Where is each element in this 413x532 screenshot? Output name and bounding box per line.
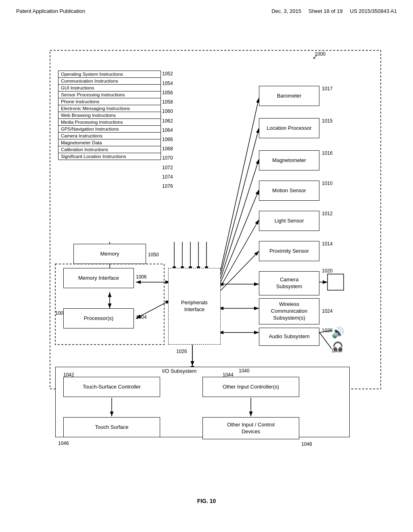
speaker-icon: 🔊 <box>332 326 344 339</box>
svg-line-14 <box>219 128 259 282</box>
ref-1004: 1004 <box>136 314 147 320</box>
peripherals-interface-label: PeripheralsInterface <box>181 299 208 313</box>
memory-list: Operating System Instructions Communicat… <box>58 71 161 160</box>
svg-line-13 <box>219 98 259 279</box>
proximity-sensor-box: Proximity Sensor <box>259 241 319 261</box>
ref-1017: 1017 <box>322 86 333 91</box>
ref-1048: 1048 <box>301 441 312 447</box>
ref-1010: 1010 <box>322 181 333 186</box>
memory-item-calibration: Calibration Instructions <box>58 146 161 153</box>
location-processor-box: Location Processor <box>259 118 319 138</box>
svg-line-17 <box>219 220 259 290</box>
processors-label: Processor(s) <box>84 315 114 322</box>
ref-1050: 1050 <box>148 252 159 258</box>
memory-interface-label: Memory Interface <box>78 275 119 282</box>
touch-surface-label: Touch Surface <box>95 424 128 431</box>
svg-line-18 <box>219 251 259 293</box>
figure-caption: FIG. 10 <box>16 498 397 504</box>
proximity-sensor-label: Proximity Sensor <box>269 248 309 255</box>
magnetometer-label: Magnetometer <box>272 157 306 164</box>
io-subsystem-label: I/O Subsystem <box>162 368 196 374</box>
header-patent: US 2015/350843 A1 <box>350 8 397 14</box>
audio-subsystem-box: Audio Subsystem <box>259 328 319 346</box>
memory-item-comm: Communication Instructions <box>58 78 161 85</box>
wireless-comm-box: WirelessCommunicationSubsystem(s) <box>259 298 319 324</box>
ref-1054: 1054 <box>162 81 173 86</box>
memory-item-os: Operating System Instructions <box>58 71 161 78</box>
ref-1052: 1052 <box>162 71 173 77</box>
memory-label: Memory <box>100 251 119 258</box>
other-input-devices-label: Other Input / ControlDevices <box>227 422 275 435</box>
other-input-controller-label: Other Input Controller(s) <box>223 384 279 391</box>
memory-item-camera: Camera Instructions <box>58 133 161 139</box>
ref-1026: 1026 <box>176 349 187 354</box>
svg-rect-30 <box>327 274 344 290</box>
memory-item-gui: GUI Instructions <box>58 85 161 91</box>
ref-1024: 1024 <box>322 308 333 314</box>
memory-item-sensor: Sensor Processing Instructions <box>58 91 161 98</box>
ref-1020: 1020 <box>322 268 333 274</box>
touch-surface-box: Touch Surface <box>63 417 160 437</box>
other-input-controller-box: Other Input Controller(s) <box>202 377 299 397</box>
header-date-sheet: Dec. 3, 2015 Sheet 18 of 19 US 2015/3508… <box>271 8 397 14</box>
audio-subsystem-label: Audio Subsystem <box>269 333 309 340</box>
page-header: Patent Application Publication Dec. 3, 2… <box>16 8 397 14</box>
ref-1058: 1058 <box>162 99 173 105</box>
ref-1074: 1074 <box>162 174 173 180</box>
motion-sensor-box: Motion Sensor <box>259 181 319 201</box>
memory-item-email: Electronic Messaging Instructions <box>58 105 161 112</box>
svg-line-16 <box>219 190 259 287</box>
ref-1012: 1012 <box>322 211 333 216</box>
ref-1070: 1070 <box>162 155 173 161</box>
ref-1028: 1028 <box>322 328 333 333</box>
touch-surface-controller-label: Touch-Surface Controller <box>83 384 141 391</box>
memory-item-media: Media Processing Instructions <box>58 119 161 126</box>
peripherals-interface-box: PeripheralsInterface <box>168 268 221 345</box>
arrow-1000: ↙ <box>313 54 317 60</box>
ref-1006: 1006 <box>136 274 147 280</box>
ref-1046: 1046 <box>58 441 69 446</box>
memory-item-location: Significant Location Instructions <box>58 153 161 160</box>
header-sheet: Sheet 18 of 19 <box>309 8 343 14</box>
barometer-box: Barometer <box>259 86 319 106</box>
ref-1030: 1030 <box>332 348 342 353</box>
motion-sensor-label: Motion Sensor <box>272 187 306 194</box>
other-input-devices-box: Other Input / ControlDevices <box>202 417 299 439</box>
ref-1060: 1060 <box>162 108 173 114</box>
camera-subsystem-label: CameraSubsystem <box>276 276 302 290</box>
ref-1014: 1014 <box>322 241 333 247</box>
ref-1076: 1076 <box>162 183 173 189</box>
memory-item-web: Web Browsing Instructions <box>58 112 161 119</box>
header-publication: Patent Application Publication <box>16 8 85 14</box>
ref-1072: 1072 <box>162 165 173 170</box>
page: Patent Application Publication Dec. 3, 2… <box>0 0 413 532</box>
header-date: Dec. 3, 2015 <box>271 8 301 14</box>
diagram: 1000 ↙ Operating System Instructions Com… <box>25 26 388 490</box>
ref-1064: 1064 <box>162 127 173 133</box>
memory-item-magnetometer: Magnetometer Data <box>58 139 161 146</box>
ref-1066: 1066 <box>162 137 173 142</box>
memory-item-phone: Phone Instructions <box>58 98 161 105</box>
ref-1040: 1040 <box>239 368 250 374</box>
memory-box: Memory <box>73 244 146 264</box>
magnetometer-box: Magnetometer <box>259 150 319 170</box>
ref-1062: 1062 <box>162 118 173 124</box>
ref-1056: 1056 <box>162 90 173 96</box>
ref-1044: 1044 <box>223 372 234 378</box>
ref-1042: 1042 <box>63 372 74 378</box>
processors-box: Processor(s) <box>63 308 134 328</box>
ref-1016: 1016 <box>322 150 333 156</box>
touch-surface-controller-box: Touch-Surface Controller <box>63 377 160 397</box>
ref-1068: 1068 <box>162 146 173 152</box>
ref-1015: 1015 <box>322 118 333 124</box>
light-sensor-box: Light Sensor <box>259 211 319 231</box>
svg-line-15 <box>219 159 259 285</box>
memory-interface-box: Memory Interface <box>63 268 134 288</box>
location-processor-label: Location Processor <box>267 125 311 132</box>
memory-item-gps: GPS/Navigation Instructions <box>58 126 161 133</box>
light-sensor-label: Light Sensor <box>275 218 304 224</box>
barometer-label: Barometer <box>277 93 302 100</box>
camera-subsystem-box: CameraSubsystem <box>259 271 319 295</box>
wireless-comm-label: WirelessCommunicationSubsystem(s) <box>271 301 307 322</box>
svg-line-26 <box>319 332 332 349</box>
